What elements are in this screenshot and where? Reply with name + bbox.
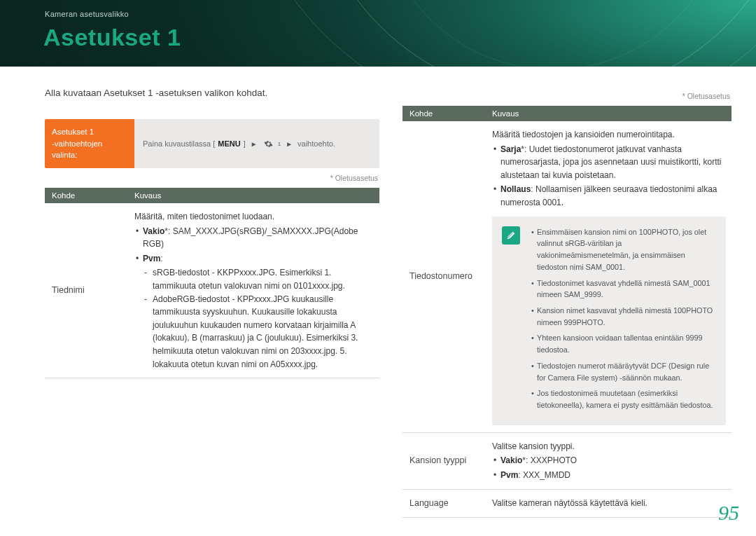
th-kohde: Kohde <box>402 106 485 121</box>
note-item: Kansion nimet kasvavat yhdellä nimestä 1… <box>530 305 716 328</box>
rest: : XXX_MMDD <box>518 470 570 480</box>
list-item: Vakio*: XXXPHOTO <box>492 454 726 467</box>
instr-mid: ] <box>244 139 246 148</box>
left-table: Kohde Kuvaus Tiednimi Määritä, miten tie… <box>45 188 379 378</box>
page-number: 95 <box>718 501 739 525</box>
dash-item: AdobeRGB-tiedostot - KPPxxxx.JPG kuukaus… <box>143 293 374 371</box>
footnote-right: * Oletusasetus <box>402 92 730 100</box>
term-vakio: Vakio <box>500 455 522 465</box>
instr-line-3: valinta: <box>52 151 77 159</box>
cell-kuvaus: Valitse kansion tyyppi. Vakio*: XXXPHOTO… <box>485 432 732 489</box>
gear-subscript: 1 <box>278 141 281 147</box>
th-kuvaus: Kuvaus <box>127 188 379 203</box>
desc-line: Valitse kansion tyyppi. <box>492 441 575 451</box>
desc-line: Määritä, miten tiedostonimet luodaan. <box>134 212 274 221</box>
instr-prefix: Paina kuvaustilassa [ <box>143 139 215 148</box>
list-item: Pvm: XXX_MMDD <box>492 469 726 482</box>
page-title: Asetukset 1 <box>43 24 181 51</box>
cell-kuvaus: Määritä tiedostojen ja kansioiden numero… <box>485 121 732 432</box>
note-item: Yhteen kansioon voidaan tallentaa enintä… <box>530 332 716 355</box>
left-column: Alla kuvataan Asetukset 1 -asetuksen val… <box>45 88 379 378</box>
cell-kohde: Language <box>402 489 485 517</box>
note-item: Tiedostonimet kasvavat yhdellä nimestä S… <box>530 277 716 301</box>
instr-suffix: vaihtoehto. <box>298 139 335 148</box>
rest: : Nollaamisen jälkeen seuraava tiedoston… <box>500 184 718 207</box>
rest: *: XXXPHOTO <box>522 455 577 465</box>
cell-kuvaus: Määritä, miten tiedostonimet luodaan. Va… <box>127 203 379 378</box>
note-item: Jos tiedostonimeä muutetaan (esimerkiksi… <box>530 387 716 411</box>
arrow-right-icon: ► <box>251 140 258 148</box>
footnote-left: * Oletusasetus <box>45 174 378 182</box>
gear-icon <box>264 139 274 149</box>
note-list: Ensimmäisen kansion nimi on 100PHOTO, jo… <box>530 225 716 415</box>
dash-item: sRGB-tiedostot - KKPPxxxx.JPG. Esimerkik… <box>143 266 374 292</box>
breadcrumb: Kameran asetusvalikko <box>45 10 129 18</box>
rest: : <box>160 254 162 263</box>
list-item: Vakio*: SAM_XXXX.JPG(sRGB)/_SAMXXXX.JPG(… <box>134 225 374 251</box>
term-pvm: Pvm <box>500 470 518 480</box>
instruction-row: Asetukset 1 -vaihtoehtojen valinta: Pain… <box>45 119 379 168</box>
header-band: Kameran asetusvalikko Asetukset 1 <box>0 0 756 67</box>
right-column: * Oletusasetus Kohde Kuvaus Tiedostonume… <box>402 88 732 518</box>
cell-kohde: Tiedostonumero <box>402 121 485 432</box>
table-row: Language Valitse kameran näytössä käytet… <box>402 489 732 517</box>
note-item: Tiedostojen numerot määräytyvät DCF (Des… <box>530 360 716 383</box>
note-icon <box>502 226 520 245</box>
table-row: Tiednimi Määritä, miten tiedostonimet lu… <box>45 203 379 378</box>
cell-kohde: Tiednimi <box>45 203 127 378</box>
menu-button-label: MENU <box>218 139 240 148</box>
term-sarja: Sarja <box>500 144 521 154</box>
table-row: Kansion tyyppi Valitse kansion tyyppi. V… <box>402 432 732 489</box>
arrow-right-icon: ► <box>286 140 293 148</box>
rest: *: Uudet tiedostonumerot jatkuvat vanhas… <box>500 144 722 180</box>
instruction-label: Asetukset 1 -vaihtoehtojen valinta: <box>45 119 134 168</box>
th-kuvaus: Kuvaus <box>485 106 732 121</box>
list-item: Nollaus: Nollaamisen jälkeen seuraava ti… <box>492 183 726 209</box>
table-row: Tiedostonumero Määritä tiedostojen ja ka… <box>402 121 732 432</box>
cell-kohde: Kansion tyyppi <box>402 432 485 489</box>
instruction-body: Paina kuvaustilassa [MENU] ► 1 ► vaihtoe… <box>134 119 379 168</box>
instr-line-1: Asetukset 1 <box>52 128 94 136</box>
desc-line: Määritä tiedostojen ja kansioiden numero… <box>492 130 675 139</box>
term-nollaus: Nollaus <box>500 184 531 194</box>
list-item: Sarja*: Uudet tiedostonumerot jatkuvat v… <box>492 143 726 182</box>
term-pvm: Pvm <box>143 254 160 263</box>
right-table: Kohde Kuvaus Tiedostonumero Määritä tied… <box>402 106 732 518</box>
list-item: Pvm: sRGB-tiedostot - KKPPxxxx.JPG. Esim… <box>134 252 374 371</box>
th-kohde: Kohde <box>45 188 127 203</box>
cell-kuvaus: Valitse kameran näytössä käytettävä kiel… <box>485 489 732 517</box>
rest: *: SAM_XXXX.JPG(sRGB)/_SAMXXXX.JPG(Adobe… <box>143 226 358 249</box>
note-box: Ensimmäisen kansion nimi on 100PHOTO, jo… <box>492 217 726 425</box>
term-vakio: Vakio <box>143 226 164 236</box>
instr-line-2: -vaihtoehtojen <box>52 139 102 148</box>
intro-text: Alla kuvataan Asetukset 1 -asetuksen val… <box>45 88 379 98</box>
note-item: Ensimmäisen kansion nimi on 100PHOTO, jo… <box>530 226 716 273</box>
